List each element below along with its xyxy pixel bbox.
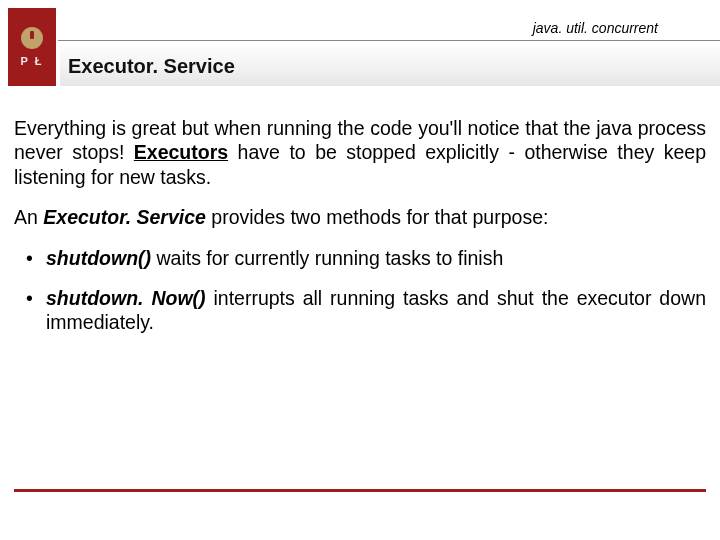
list-item: shutdown() waits for currently running t…	[22, 246, 706, 270]
bullet-rest: waits for currently running tasks to fin…	[151, 247, 503, 269]
title-bar: Executor. Service	[60, 46, 720, 86]
slide-title: Executor. Service	[68, 55, 235, 78]
bullet-method: shutdown. Now()	[46, 287, 206, 309]
bullet-list: shutdown() waits for currently running t…	[22, 246, 706, 335]
p2-text-a: An	[14, 206, 43, 228]
p1-bold-executors: Executors	[134, 141, 228, 163]
university-logo: P Ł	[8, 8, 56, 86]
logo-letters: P Ł	[21, 55, 44, 67]
bullet-method: shutdown()	[46, 247, 151, 269]
slide-content: Everything is great but when running the…	[14, 116, 706, 351]
footer-rule	[14, 489, 706, 492]
header-divider	[58, 40, 720, 41]
slide-header: java. util. concurrent P Ł Executor. Ser…	[0, 0, 720, 88]
p2-bold-executorservice: Executor. Service	[43, 206, 206, 228]
paragraph-2: An Executor. Service provides two method…	[14, 205, 706, 229]
slide: java. util. concurrent P Ł Executor. Ser…	[0, 0, 720, 540]
list-item: shutdown. Now() interrupts all running t…	[22, 286, 706, 335]
package-label: java. util. concurrent	[533, 20, 658, 36]
p2-text-c: provides two methods for that purpose:	[206, 206, 549, 228]
paragraph-1: Everything is great but when running the…	[14, 116, 706, 189]
logo-emblem-icon	[21, 27, 43, 49]
